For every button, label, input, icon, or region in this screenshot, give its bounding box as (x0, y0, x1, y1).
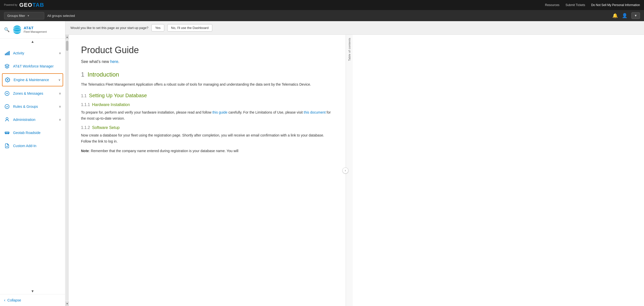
sidebar-scroll-up[interactable]: ▲ (0, 39, 65, 45)
user-menu-button[interactable]: ▼ (631, 12, 640, 19)
subtitle-text: See what's new (81, 59, 110, 64)
all-groups-selected-text: All groups selected (47, 14, 75, 18)
svg-rect-4 (5, 54, 6, 55)
filter-bar-right: 🔔 👤 ▼ (612, 12, 640, 19)
scroll-track (66, 40, 68, 301)
rules-icon (4, 104, 10, 110)
groups-filter-label: Groups filter (7, 14, 25, 18)
user-icon[interactable]: 👤 (622, 13, 627, 18)
search-icon[interactable]: 🔍 (4, 27, 10, 32)
sidebar: 🔍 AT&T Fleet Management ▲ (0, 21, 65, 306)
powered-by-text: Powered by (4, 4, 17, 7)
top-bar-right: Resources Submit Tickets Do Not Sell My … (545, 3, 640, 7)
roadside-label: Geotab Roadside (13, 131, 61, 135)
document-main: Product Guide See what's new here. 1 Int… (69, 35, 346, 306)
toc-label[interactable]: Table of contents (348, 35, 351, 64)
zones-label: Zones & Messages (13, 91, 59, 95)
section-1-title: Introduction (88, 71, 119, 78)
engine-label: Engine & Maintenance (14, 78, 58, 82)
document-title: Product Guide (81, 45, 334, 55)
rules-label: Rules & Groups (13, 105, 59, 109)
sidebar-item-rules-groups[interactable]: Rules & Groups ∨ (0, 100, 65, 113)
custom-addon-icon (4, 143, 10, 149)
section-1-number: 1 (81, 71, 84, 78)
sidebar-nav: Activity ∨ AT&T Workforce Manager Engine… (0, 45, 65, 288)
groups-filter-arrow-icon: ▼ (27, 14, 30, 17)
section-1-body: The Telematics Fleet Management Applicat… (81, 82, 334, 88)
rules-arrow-icon: ∨ (59, 105, 61, 108)
sidebar-item-zones-messages[interactable]: Zones & Messages ∨ (0, 87, 65, 100)
submit-tickets-link[interactable]: Submit Tickets (566, 3, 585, 7)
activity-arrow-icon: ∨ (59, 51, 61, 55)
section-1-1-1-title: Hardware Installation (92, 103, 130, 107)
user-menu-label: ▼ (634, 14, 637, 17)
admin-icon (4, 117, 10, 123)
scroll-down-button[interactable]: ▼ (65, 301, 69, 306)
collapse-button[interactable]: ‹ Collapse (0, 294, 65, 306)
activity-label: Activity (13, 51, 59, 55)
section-1-1-2-title: Software Setup (92, 125, 119, 130)
workforce-label: AT&T Workforce Manager (13, 64, 61, 68)
subtitle-link[interactable]: here (110, 59, 118, 64)
sidebar-scroll-down[interactable]: ▼ (0, 288, 65, 294)
do-not-sell-link[interactable]: Do Not Sell My Personal Information (591, 3, 640, 7)
engine-arrow-icon: ∨ (58, 78, 61, 82)
svg-rect-7 (9, 51, 10, 55)
sidebar-item-geotab-roadside[interactable]: Geotab Roadside (0, 126, 65, 139)
scroll-up-button[interactable]: ▲ (65, 35, 69, 39)
admin-arrow-icon: ∨ (59, 118, 61, 121)
content-area: Would you like to set this page as your … (65, 21, 644, 306)
custom-addon-label: Custom Add-In (13, 144, 61, 148)
document-subtitle: See what's new here. (81, 59, 334, 64)
collapse-label: Collapse (7, 298, 21, 302)
administration-label: Administration (13, 118, 59, 122)
workforce-icon (4, 63, 10, 69)
brand-name: AT&T (24, 26, 47, 30)
logo-geo: GEO (19, 2, 32, 8)
svg-rect-5 (6, 53, 7, 55)
top-bar: Powered by GEOTAB Resources Submit Ticke… (0, 0, 644, 10)
startup-banner: Would you like to set this page as your … (65, 21, 644, 35)
sidebar-item-engine-maintenance[interactable]: Engine & Maintenance ∨ (2, 73, 63, 86)
sidebar-header: 🔍 AT&T Fleet Management (0, 21, 65, 39)
scroll-thumb[interactable] (66, 41, 68, 51)
collapse-icon: ‹ (4, 298, 5, 302)
svg-point-10 (5, 105, 9, 109)
geotab-logo: GEOTAB (19, 2, 44, 8)
sidebar-item-att-workforce[interactable]: AT&T Workforce Manager (0, 60, 65, 73)
groups-filter-button[interactable]: Groups filter ▼ (4, 12, 44, 19)
section-1-1-2-heading: 1.1.2 Software Setup (81, 125, 334, 130)
section-1-1-2-number: 1.1.2 (81, 125, 90, 130)
engine-icon (5, 77, 11, 83)
this-guide-link[interactable]: this guide (212, 110, 227, 114)
sidebar-item-administration[interactable]: Administration ∨ (0, 113, 65, 126)
sidebar-item-custom-addon[interactable]: Custom Add-In (0, 139, 65, 152)
section-1-1-title: Setting Up Your Database (89, 93, 147, 98)
roadside-icon (4, 130, 10, 136)
resources-link[interactable]: Resources (545, 3, 559, 7)
sidebar-item-activity[interactable]: Activity ∨ (0, 47, 65, 60)
this-document-link[interactable]: this document (304, 110, 326, 114)
svg-point-8 (7, 79, 8, 81)
brand-sub: Fleet Management (24, 30, 47, 33)
filter-bar: Groups filter ▼ All groups selected 🔔 👤 … (0, 10, 644, 21)
top-bar-left: Powered by GEOTAB (4, 2, 44, 8)
zones-arrow-icon: ∨ (59, 92, 61, 95)
yes-button[interactable]: Yes (151, 24, 164, 31)
brand-text: AT&T Fleet Management (24, 26, 47, 33)
subtitle-period: . (118, 59, 119, 64)
notification-icon[interactable]: 🔔 (612, 13, 618, 18)
toc-collapse-button[interactable]: ‹ (342, 167, 348, 174)
brand-logo: AT&T Fleet Management (13, 25, 47, 34)
section-1-heading: 1 Introduction (81, 71, 334, 78)
section-1-1-1-body: To prepare for, perform and verify your … (81, 110, 334, 122)
doc-container: ▲ ▼ Product Guide See what's new here. 1… (65, 35, 644, 306)
vertical-scrollbar[interactable]: ▲ ▼ (65, 35, 69, 306)
main-layout: 🔍 AT&T Fleet Management ▲ (0, 21, 644, 306)
section-1-1-1-number: 1.1.1 (81, 103, 90, 107)
startup-banner-text: Would you like to set this page as your … (70, 26, 148, 30)
toc-sidebar: ‹ Table of contents (346, 35, 353, 306)
section-1-1-1-heading: 1.1.1 Hardware Installation (81, 103, 334, 107)
no-dashboard-button[interactable]: No, I'll use the Dashboard (167, 24, 212, 31)
section-1-1-number: 1.1 (81, 94, 87, 98)
